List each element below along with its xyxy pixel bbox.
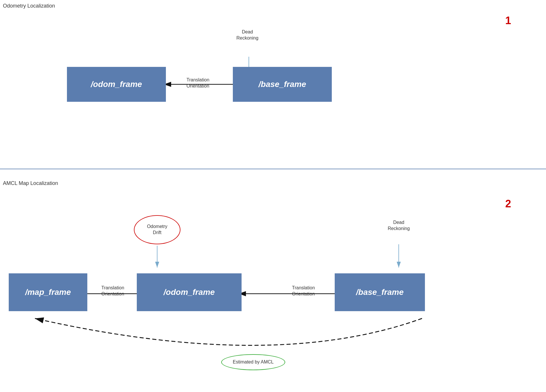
section-divider bbox=[0, 169, 546, 169]
section1-number: 1 bbox=[505, 15, 511, 27]
section1-dead-reckoning-label: DeadReckoning bbox=[230, 29, 265, 41]
section2-base-frame-box: /base_frame bbox=[335, 273, 425, 311]
section2-translation-orientation-label1: TranslationOrientation bbox=[90, 285, 135, 297]
section2-map-frame-box: /map_frame bbox=[9, 273, 87, 311]
section2-estimated-amcl-oval: Estimated by AMCL bbox=[221, 354, 285, 370]
section1-label: Odometry Localization bbox=[3, 3, 55, 9]
section2-odom-frame-box: /odom_frame bbox=[137, 273, 242, 311]
section2-dead-reckoning-label: DeadReckoning bbox=[378, 220, 419, 232]
section1-translation-orientation-label: TranslationOrientation bbox=[175, 77, 221, 89]
section2-number: 2 bbox=[505, 198, 511, 210]
section2-label: AMCL Map Localization bbox=[3, 180, 58, 186]
section2-translation-orientation-label2: TranslationOrientation bbox=[281, 285, 326, 297]
section1-odom-frame-box: /odom_frame bbox=[67, 67, 166, 102]
section2-odometry-drift-oval: OdometryDrift bbox=[134, 215, 180, 244]
section1-base-frame-box: /base_frame bbox=[233, 67, 332, 102]
